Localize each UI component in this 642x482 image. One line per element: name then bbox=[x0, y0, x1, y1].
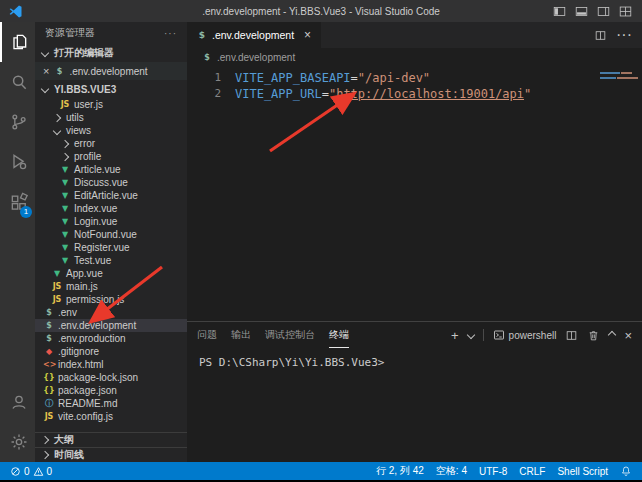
panel-actions: +powershell× bbox=[451, 322, 632, 348]
file-Article.vue[interactable]: ▼Article.vue bbox=[35, 163, 187, 176]
vue-file-icon: ▼ bbox=[59, 176, 71, 189]
status-notifications[interactable] bbox=[614, 465, 638, 477]
file-vite.config.js[interactable]: JSvite.config.js bbox=[35, 410, 187, 423]
toggle-primary-sidebar-icon[interactable] bbox=[553, 5, 566, 18]
warnings-icon bbox=[33, 466, 44, 477]
toggle-secondary-sidebar-icon[interactable] bbox=[597, 5, 610, 18]
editor-group: $ .env.development × ··· $ .env.developm… bbox=[187, 22, 642, 462]
editor-pane[interactable]: 1VITE_APP_BASEAPI="/api-dev"2VITE_APP_UR… bbox=[187, 66, 642, 321]
open-editor-item[interactable]: × $ .env.development bbox=[35, 62, 187, 80]
file-App.vue[interactable]: ▼App.vue bbox=[35, 267, 187, 280]
terminal[interactable]: PS D:\CSharp\Yi\Yi.BBS.Vue3> bbox=[187, 348, 642, 462]
close-panel-icon[interactable]: × bbox=[624, 328, 632, 343]
status-eol[interactable]: CRLF bbox=[513, 466, 551, 477]
status-text: CRLF bbox=[519, 466, 545, 477]
close-icon[interactable]: × bbox=[43, 66, 49, 76]
js-file-icon: JS bbox=[51, 280, 63, 293]
split-editor-icon[interactable] bbox=[594, 29, 607, 42]
file-package-lock.json[interactable]: {}package-lock.json bbox=[35, 371, 187, 384]
extensions-badge: 1 bbox=[20, 206, 32, 218]
maximize-panel-icon[interactable] bbox=[608, 331, 616, 339]
run-and-debug-icon bbox=[9, 152, 29, 172]
open-editors-section-header[interactable]: 打开的编辑器 bbox=[35, 44, 187, 62]
folder-utils[interactable]: utils bbox=[35, 111, 187, 124]
panel-tab-终端[interactable]: 终端 bbox=[329, 322, 349, 348]
status-language-mode[interactable]: Shell Script bbox=[551, 466, 614, 477]
activity-search-button[interactable] bbox=[0, 62, 35, 102]
toggle-panel-icon[interactable] bbox=[575, 5, 588, 18]
vscode-window: .env.development - Yi.BBS.Vue3 - Visual … bbox=[0, 0, 642, 482]
code-line-1[interactable]: 1VITE_APP_BASEAPI="/api-dev" bbox=[187, 70, 642, 86]
status-cursor-position[interactable]: 行 2, 列 42 bbox=[370, 464, 430, 478]
activity-source-control-button[interactable] bbox=[0, 102, 35, 142]
file-.gitignore[interactable]: ◆.gitignore bbox=[35, 345, 187, 358]
close-tab-icon[interactable]: × bbox=[304, 28, 311, 42]
file-Index.vue[interactable]: ▼Index.vue bbox=[35, 202, 187, 215]
file-.env.production[interactable]: $.env.production bbox=[35, 332, 187, 345]
activity-explorer-button[interactable] bbox=[0, 22, 35, 62]
vue-file-icon: ▼ bbox=[59, 228, 71, 241]
env-file-icon: $ bbox=[43, 306, 55, 319]
chevron-right-icon bbox=[61, 152, 69, 160]
line-content: VITE_APP_URL="http://localhost:19001/api… bbox=[235, 86, 531, 102]
file-Discuss.vue[interactable]: ▼Discuss.vue bbox=[35, 176, 187, 189]
file-permission.js[interactable]: JSpermission.js bbox=[35, 293, 187, 306]
status-bar: 0 0 行 2, 列 42空格: 4UTF-8CRLFShell Script bbox=[0, 462, 642, 480]
file-label: error bbox=[74, 137, 95, 150]
panel-tab-输出[interactable]: 输出 bbox=[231, 322, 251, 348]
titlebar-layout-controls bbox=[553, 5, 642, 18]
breadcrumb[interactable]: $ .env.development bbox=[187, 48, 642, 66]
problems-status[interactable]: 0 0 bbox=[4, 466, 58, 477]
file-main.js[interactable]: JSmain.js bbox=[35, 280, 187, 293]
file-package.json[interactable]: {}package.json bbox=[35, 384, 187, 397]
panel: 问题输出调试控制台终端 +powershell× PS D:\CSharp\Yi… bbox=[187, 321, 642, 462]
source-control-icon bbox=[9, 112, 29, 132]
editor-tab-bar: $ .env.development × ··· bbox=[187, 22, 642, 48]
env-file-icon: $ bbox=[43, 332, 55, 345]
code-line-2[interactable]: 2VITE_APP_URL="http://localhost:19001/ap… bbox=[187, 86, 642, 102]
file-user.js[interactable]: JSuser.js bbox=[35, 98, 187, 111]
folder-error[interactable]: error bbox=[35, 137, 187, 150]
panel-tab-问题[interactable]: 问题 bbox=[197, 322, 217, 348]
activity-settings-button[interactable] bbox=[0, 422, 35, 462]
more-actions-icon[interactable]: ··· bbox=[616, 26, 632, 44]
terminal-shell[interactable]: powershell bbox=[483, 329, 557, 341]
tab-env-development[interactable]: $ .env.development × bbox=[187, 22, 321, 48]
folder-profile[interactable]: profile bbox=[35, 150, 187, 163]
more-actions-icon[interactable]: ··· bbox=[164, 28, 177, 39]
file-Login.vue[interactable]: ▼Login.vue bbox=[35, 215, 187, 228]
chevron-right-icon bbox=[53, 113, 61, 121]
file-Test.vue[interactable]: ▼Test.vue bbox=[35, 254, 187, 267]
panel-tab-调试控制台[interactable]: 调试控制台 bbox=[265, 322, 315, 348]
project-section-header[interactable]: YI.BBS.VUE3 bbox=[35, 80, 187, 98]
file-label: README.md bbox=[58, 397, 117, 410]
status-encoding[interactable]: UTF-8 bbox=[473, 466, 513, 477]
file-README.md[interactable]: ⓘREADME.md bbox=[35, 397, 187, 410]
activity-extensions-button[interactable]: 1 bbox=[0, 182, 35, 222]
activity-run-and-debug-button[interactable] bbox=[0, 142, 35, 182]
kill-terminal-icon[interactable] bbox=[587, 329, 600, 342]
activity-account-button[interactable] bbox=[0, 382, 35, 422]
minimap[interactable] bbox=[596, 69, 642, 82]
timeline-section-header[interactable]: 时间线 bbox=[35, 447, 187, 462]
activity-bar-top: 1 bbox=[0, 22, 35, 222]
status-indentation[interactable]: 空格: 4 bbox=[430, 464, 473, 478]
new-terminal-icon[interactable]: + bbox=[451, 328, 459, 343]
customize-layout-icon[interactable] bbox=[619, 5, 632, 18]
settings-icon bbox=[9, 432, 29, 452]
git-file-icon: ◆ bbox=[43, 345, 55, 358]
file-index.html[interactable]: <>index.html bbox=[35, 358, 187, 371]
split-terminal-icon[interactable] bbox=[565, 329, 578, 342]
folder-views[interactable]: views bbox=[35, 124, 187, 137]
launch-profile-icon[interactable] bbox=[466, 331, 474, 339]
vue-file-icon: ▼ bbox=[59, 163, 71, 176]
token: = bbox=[351, 71, 358, 85]
file-Register.vue[interactable]: ▼Register.vue bbox=[35, 241, 187, 254]
file-.env.development[interactable]: $.env.development bbox=[35, 319, 187, 332]
outline-section-header[interactable]: 大纲 bbox=[35, 432, 187, 447]
sidebar-bottom-sections: 大纲 时间线 bbox=[35, 432, 187, 462]
js-file-icon: JS bbox=[43, 410, 55, 423]
file-.env[interactable]: $.env bbox=[35, 306, 187, 319]
file-EditArticle.vue[interactable]: ▼EditArticle.vue bbox=[35, 189, 187, 202]
file-NotFound.vue[interactable]: ▼NotFound.vue bbox=[35, 228, 187, 241]
